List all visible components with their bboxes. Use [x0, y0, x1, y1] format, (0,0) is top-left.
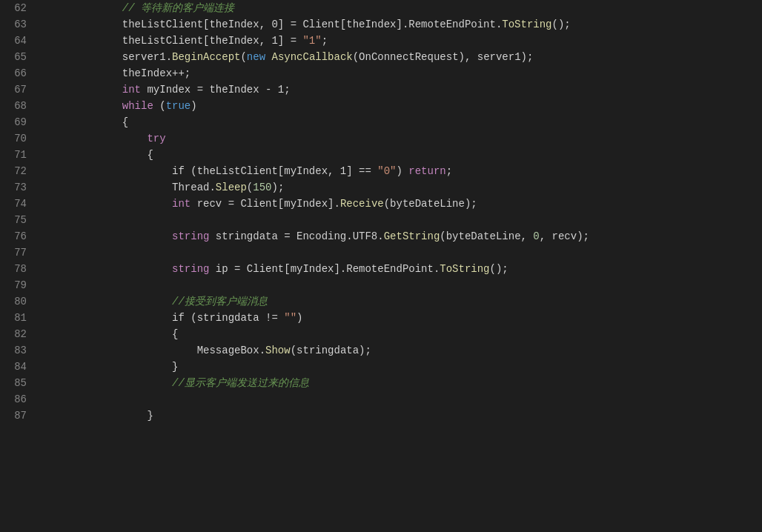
- line-number: 65: [0, 49, 27, 65]
- code-line: theListClient[theIndex, 1] = "1";: [47, 33, 762, 49]
- code-line: [47, 212, 762, 228]
- line-number: 69: [0, 114, 27, 130]
- line-number: 82: [0, 326, 27, 342]
- line-number: 77: [0, 245, 27, 261]
- line-number: 78: [0, 261, 27, 277]
- code-line: theListClient[theIndex, 0] = Client[theI…: [47, 16, 762, 33]
- line-number: 81: [0, 310, 27, 326]
- line-number: 63: [0, 16, 27, 33]
- line-number: 74: [0, 196, 27, 212]
- code-line: string ip = Client[myIndex].RemoteEndPoi…: [47, 261, 762, 277]
- line-number: 62: [0, 0, 27, 16]
- code-line: if (stringdata != ""): [47, 310, 762, 326]
- code-line: {: [47, 114, 762, 130]
- line-number: 85: [0, 375, 27, 391]
- code-line: {: [47, 147, 762, 163]
- code-line: string stringdata = Encoding.UTF8.GetStr…: [47, 228, 762, 245]
- code-line: {: [47, 326, 762, 342]
- code-line: // 等待新的客户端连接: [47, 0, 762, 16]
- code-line: }: [47, 359, 762, 375]
- line-number: 79: [0, 277, 27, 293]
- line-number: 72: [0, 163, 27, 179]
- code-line: Thread.Sleep(150);: [47, 179, 762, 196]
- code-line: //显示客户端发送过来的信息: [47, 375, 762, 391]
- code-line: theIndex++;: [47, 65, 762, 82]
- code-line: if (theListClient[myIndex, 1] == "0") re…: [47, 163, 762, 179]
- line-number: 64: [0, 33, 27, 49]
- code-line: [47, 277, 762, 293]
- code-line: }: [47, 408, 762, 424]
- line-number: 71: [0, 147, 27, 163]
- code-line: server1.BeginAccept(new AsyncCallback(On…: [47, 49, 762, 65]
- line-number: 67: [0, 82, 27, 98]
- line-number: 80: [0, 293, 27, 310]
- line-number: 86: [0, 391, 27, 408]
- line-number: 84: [0, 359, 27, 375]
- line-number-gutter: 6263646566676869707172737475767778798081…: [0, 0, 36, 532]
- line-number: 75: [0, 212, 27, 228]
- code-line: [47, 391, 762, 408]
- line-number: 66: [0, 65, 27, 82]
- code-line: try: [47, 130, 762, 147]
- code-area: // 等待新的客户端连接 theListClient[theIndex, 0] …: [36, 0, 762, 532]
- code-line: MessageBox.Show(stringdata);: [47, 342, 762, 359]
- line-number: 83: [0, 342, 27, 359]
- line-number: 87: [0, 408, 27, 424]
- line-number: 68: [0, 98, 27, 114]
- code-editor: 6263646566676869707172737475767778798081…: [0, 0, 762, 532]
- code-line: [47, 245, 762, 261]
- code-line: int myIndex = theIndex - 1;: [47, 82, 762, 98]
- code-line: while (true): [47, 98, 762, 114]
- line-number: 76: [0, 228, 27, 245]
- line-number: 70: [0, 130, 27, 147]
- line-number: 73: [0, 179, 27, 196]
- code-line: //接受到客户端消息: [47, 293, 762, 310]
- code-line: int recv = Client[myIndex].Receive(byteD…: [47, 196, 762, 212]
